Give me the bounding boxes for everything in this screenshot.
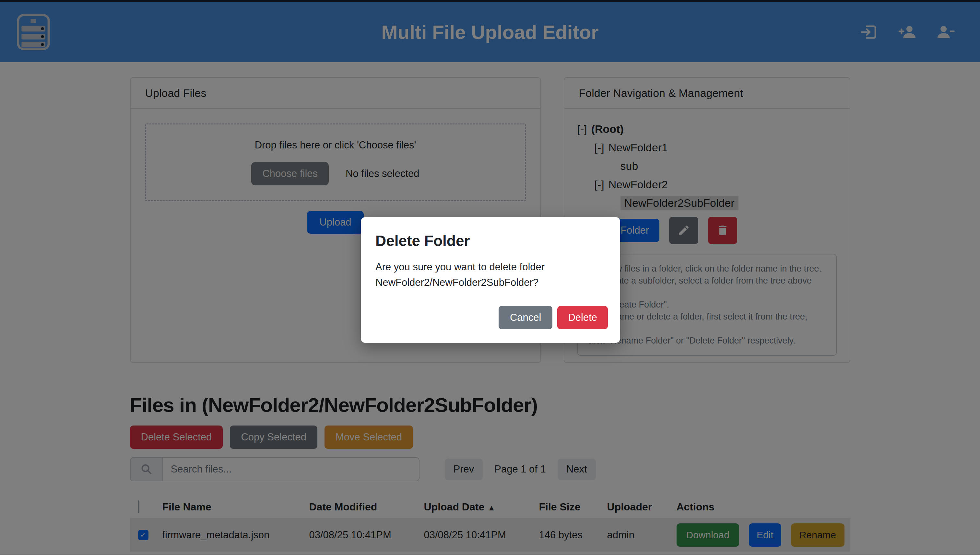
- confirm-delete-button[interactable]: Delete: [557, 306, 608, 329]
- modal-message: Are you sure you want to delete folder N…: [375, 259, 599, 290]
- cancel-button[interactable]: Cancel: [498, 306, 553, 329]
- delete-folder-modal: Delete Folder Are you sure you want to d…: [361, 217, 620, 343]
- modal-title: Delete Folder: [375, 232, 605, 250]
